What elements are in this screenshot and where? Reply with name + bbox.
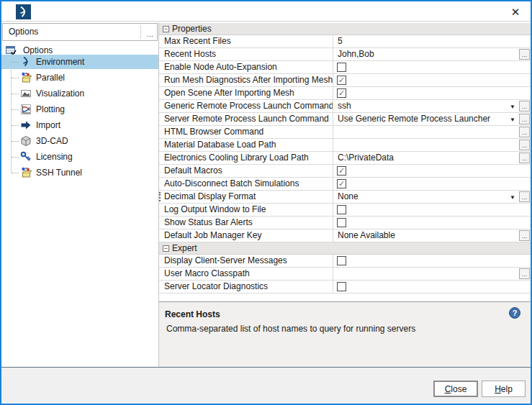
table-row[interactable]: Electronics Cooling Library Load Path C:… [159,152,531,165]
property-label: Show Status Bar Alerts [159,217,333,229]
property-label: User Macro Classpath [159,268,333,280]
property-value[interactable]: Use Generic Remote Process Launcher [338,113,490,125]
table-row[interactable]: Open Scene After Importing Mesh ✓ [159,87,531,100]
browse-button[interactable]: ... [519,114,530,124]
properties-table: − Properties Max Recent Files 5 Recent H… [159,23,531,293]
table-row[interactable]: Default Macros ✓ [159,165,531,178]
close-window-button[interactable]: ✕ [506,4,525,20]
table-row[interactable]: Generic Remote Process Launch Command ss… [159,100,531,113]
table-row[interactable]: HTML Browser Command ... [159,126,531,139]
help-icon[interactable]: ? [509,307,520,319]
table-row[interactable]: User Macro Classpath ... [159,268,531,281]
checkbox[interactable]: ✓ [337,179,346,188]
property-value[interactable]: None [338,191,359,203]
parallel-icon [20,72,32,83]
sidebar-item-3d-cad[interactable]: 3D-CAD [1,134,158,148]
table-row[interactable]: Default Job Manager Key None Available .… [159,229,531,242]
title-bar[interactable]: ✕ [1,1,531,22]
checkbox[interactable]: ✓ [337,88,346,98]
table-row[interactable]: Server Locator Diagnostics [159,281,531,293]
help-button[interactable]: Help [482,381,526,397]
description-panel: Recent Hosts Comma-separated list of hos… [159,302,531,367]
tree-item-label: Import [36,118,60,132]
filter-value[interactable]: Options [9,24,38,40]
table-row[interactable]: Auto-Disconnect Batch Simulations ✓ [159,178,531,191]
property-label: Recent Hosts [159,48,333,60]
chevron-down-icon[interactable]: ▼ [510,114,515,126]
chevron-down-icon[interactable]: ▼ [510,101,515,113]
property-label: Default Job Manager Key [159,229,333,242]
browse-button[interactable]: ... [519,49,530,60]
property-label: Display Client-Server Messages [159,255,333,267]
section-header-properties[interactable]: − Properties [159,23,531,35]
import-icon [20,119,32,131]
property-value[interactable]: ssh [338,100,351,112]
browse-button[interactable]: ... [519,191,530,202]
tree-item-label: Plotting [36,102,65,117]
table-row[interactable]: Enable Node Auto-Expansion [159,61,531,74]
table-row[interactable]: Run Mesh Diagnostics After Importing Mes… [159,74,531,87]
checkbox[interactable] [337,256,346,265]
collapse-icon[interactable]: − [163,26,169,32]
property-value[interactable]: None Available [338,229,395,242]
sidebar-item-licensing[interactable]: Licensing [1,150,158,164]
property-label: Open Scene After Importing Mesh [159,87,333,99]
property-value[interactable]: 5 [338,35,343,47]
table-row[interactable]: Log Output Window to File [159,204,531,217]
3d-cad-icon [20,135,32,147]
options-filter-field[interactable]: Options ... [2,23,158,41]
property-label: Server Locator Diagnostics [159,281,333,293]
collapse-icon[interactable]: − [163,245,169,252]
tree-item-label: Parallel [36,70,65,85]
tree-item-label: Environment [36,55,84,69]
checkbox[interactable] [337,63,346,72]
browse-button[interactable]: ... [519,153,530,163]
sidebar-item-import[interactable]: Import [1,118,158,132]
filter-browse-button[interactable]: ... [147,29,153,38]
checkbox[interactable] [337,205,346,214]
property-label: Generic Remote Process Launch Command [159,100,333,112]
property-label: Enable Node Auto-Expansion [159,61,333,73]
close-button[interactable]: Close [433,381,478,397]
property-label: Run Mesh Diagnostics After Importing Mes… [159,74,333,86]
section-title: Properties [172,23,212,35]
description-text: Comma-separated list of host names to qu… [166,324,415,334]
browse-button[interactable]: ... [519,140,530,150]
description-title: Recent Hosts [165,309,220,319]
sidebar-item-plotting[interactable]: Plotting [1,102,158,117]
table-row[interactable]: Recent Hosts John,Bob ... [159,48,531,61]
property-value[interactable]: C:\PrivateData [338,152,394,164]
visualization-icon [20,88,32,99]
checkbox[interactable] [337,218,346,227]
table-row[interactable]: Display Client-Server Messages [159,255,531,268]
browse-button[interactable]: ... [519,127,530,137]
checkbox[interactable]: ✓ [337,76,346,85]
environment-icon [20,56,32,68]
table-row[interactable]: Material Database Load Path ... [159,139,531,152]
sidebar-item-visualization[interactable]: Visualization [1,86,158,101]
app-logo-icon [16,4,31,19]
property-label: Decimal Display Format [159,191,333,203]
sidebar-item-ssh-tunnel[interactable]: SSH Tunnel [1,165,158,180]
table-row[interactable]: Decimal Display Format None ▼ ... [159,191,531,204]
table-row[interactable]: Server Remote Process Launch Command Use… [159,113,531,126]
property-value[interactable]: John,Bob [338,48,374,60]
tree-item-label: Licensing [36,150,73,164]
browse-button[interactable]: ... [519,230,530,241]
checkbox[interactable] [337,282,346,291]
browse-button[interactable]: ... [519,101,530,112]
property-label: HTML Browser Command [159,126,333,138]
chevron-down-icon[interactable]: ▼ [510,191,515,204]
checkbox[interactable]: ✓ [337,166,346,176]
sidebar-item-environment[interactable]: Environment [1,55,158,69]
filter-separator [140,25,141,39]
table-row[interactable]: Max Recent Files 5 [159,35,531,48]
options-dialog: ✕ Options ... Options Environment [0,0,532,405]
property-label: Max Recent Files [159,35,333,47]
table-row[interactable]: Show Status Bar Alerts [159,217,531,229]
help-button-label: H [495,384,501,394]
section-header-expert[interactable]: − Expert [159,242,531,255]
sidebar-item-parallel[interactable]: Parallel [1,70,158,85]
browse-button[interactable]: ... [519,268,530,279]
tree-item-label: SSH Tunnel [36,165,82,180]
